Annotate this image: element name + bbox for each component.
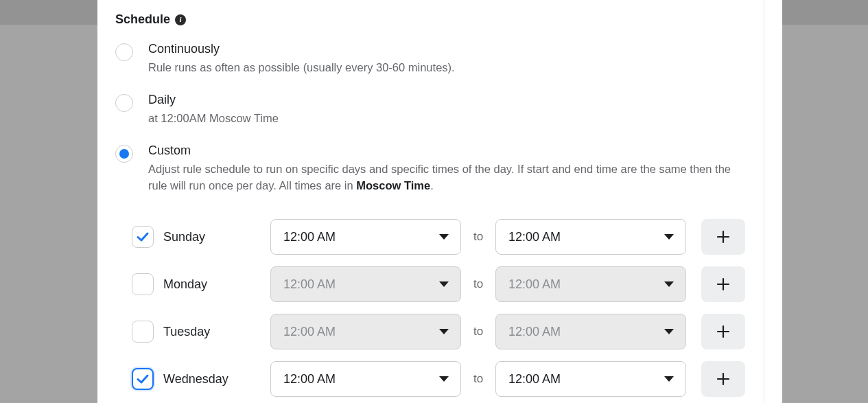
start-time-value: 12:00 AM bbox=[283, 277, 336, 292]
panel-right-gutter bbox=[764, 0, 782, 403]
start-time-select: 12:00 AM bbox=[270, 266, 461, 302]
info-icon[interactable]: i bbox=[175, 14, 186, 25]
day-name-label: Monday bbox=[154, 277, 270, 292]
end-time-value: 12:00 AM bbox=[508, 372, 561, 387]
add-time-range-button[interactable] bbox=[701, 219, 745, 255]
radio-daily-label: Daily bbox=[148, 93, 279, 107]
plus-icon bbox=[716, 371, 731, 387]
radio-row-custom: Custom Adjust rule schedule to run on sp… bbox=[115, 143, 746, 195]
chevron-down-icon bbox=[664, 234, 674, 240]
start-time-select: 12:00 AM bbox=[270, 314, 461, 349]
start-time-value: 12:00 AM bbox=[283, 230, 336, 244]
end-time-value: 12:00 AM bbox=[508, 325, 561, 339]
end-time-value: 12:00 AM bbox=[508, 277, 561, 292]
radio-custom-sub: Adjust rule schedule to run on specific … bbox=[148, 161, 745, 195]
section-title: Schedule bbox=[115, 12, 170, 27]
day-name-label: Sunday bbox=[154, 230, 270, 244]
to-label: to bbox=[461, 372, 495, 386]
to-label: to bbox=[461, 230, 495, 244]
add-time-range-button[interactable] bbox=[701, 314, 745, 349]
day-checkbox[interactable] bbox=[132, 368, 154, 390]
to-label: to bbox=[461, 277, 495, 291]
chevron-down-icon bbox=[664, 329, 674, 334]
radio-continuous[interactable] bbox=[115, 43, 133, 61]
chevron-down-icon bbox=[439, 376, 449, 382]
day-row: Wednesday12:00 AMto12:00 AM bbox=[132, 361, 746, 397]
radio-continuous-sub: Rule runs as often as possible (usually … bbox=[148, 59, 455, 76]
plus-icon bbox=[716, 229, 731, 244]
day-row: Sunday12:00 AMto12:00 AM bbox=[132, 219, 746, 255]
plus-icon bbox=[716, 277, 731, 292]
timezone-label: Moscow Time bbox=[356, 179, 430, 192]
radio-continuous-label: Continuously bbox=[148, 42, 455, 56]
chevron-down-icon bbox=[439, 281, 449, 287]
day-checkbox[interactable] bbox=[132, 226, 154, 248]
add-time-range-button[interactable] bbox=[701, 266, 745, 302]
chevron-down-icon bbox=[664, 376, 674, 382]
radio-daily[interactable] bbox=[115, 94, 133, 112]
plus-icon bbox=[716, 324, 731, 339]
day-schedule-list: Sunday12:00 AMto12:00 AMMonday12:00 AMto… bbox=[115, 219, 746, 397]
end-time-select[interactable]: 12:00 AM bbox=[495, 219, 686, 255]
day-row: Monday12:00 AMto12:00 AM bbox=[132, 266, 746, 302]
day-checkbox[interactable] bbox=[132, 273, 154, 295]
chevron-down-icon bbox=[664, 281, 674, 287]
radio-custom-sub-suffix: . bbox=[430, 179, 434, 192]
end-time-select: 12:00 AM bbox=[495, 314, 686, 349]
start-time-select[interactable]: 12:00 AM bbox=[270, 219, 461, 255]
day-name-label: Tuesday bbox=[154, 325, 270, 339]
day-checkbox[interactable] bbox=[132, 321, 154, 343]
to-label: to bbox=[461, 325, 495, 338]
start-time-select[interactable]: 12:00 AM bbox=[270, 361, 461, 397]
radio-row-continuous: Continuously Rule runs as often as possi… bbox=[115, 42, 746, 76]
radio-custom-label: Custom bbox=[148, 143, 745, 158]
radio-custom-sub-prefix: Adjust rule schedule to run on specific … bbox=[148, 163, 731, 192]
end-time-select[interactable]: 12:00 AM bbox=[495, 361, 686, 397]
end-time-value: 12:00 AM bbox=[508, 230, 561, 244]
section-header: Schedule i bbox=[115, 12, 746, 27]
day-name-label: Wednesday bbox=[154, 372, 270, 387]
radio-row-daily: Daily at 12:00AM Moscow Time bbox=[115, 93, 746, 127]
start-time-value: 12:00 AM bbox=[283, 372, 336, 387]
chevron-down-icon bbox=[439, 234, 449, 240]
end-time-select: 12:00 AM bbox=[495, 266, 686, 302]
schedule-panel: Schedule i Continuously Rule runs as oft… bbox=[97, 0, 764, 403]
day-row: Tuesday12:00 AMto12:00 AM bbox=[132, 314, 746, 349]
radio-custom[interactable] bbox=[115, 145, 133, 163]
add-time-range-button[interactable] bbox=[701, 361, 745, 397]
radio-daily-sub: at 12:00AM Moscow Time bbox=[148, 110, 279, 127]
start-time-value: 12:00 AM bbox=[283, 325, 336, 339]
chevron-down-icon bbox=[439, 329, 449, 334]
